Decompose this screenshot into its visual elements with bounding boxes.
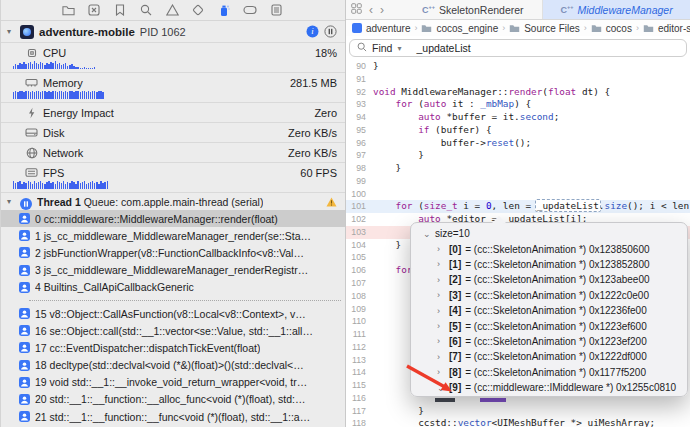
line-number: 92 (346, 86, 366, 99)
frame-label: 3 js_cc_middleware_MiddlewareManager_ren… (35, 264, 308, 276)
stack-frame[interactable]: 0 cc::middleware::MiddlewareManager::ren… (1, 210, 345, 227)
popover-item[interactable]: ›[2] = (cc::SkeletonAnimation *) 0x123ab… (411, 272, 687, 287)
breadcrumb-item[interactable]: adventure (366, 23, 410, 34)
inspected-variable[interactable]: _updateList (535, 199, 601, 212)
editor-tab-bar: ‹ › C++SkeletonRendererC++MiddlewareMana… (346, 0, 690, 20)
chevron-down-icon[interactable]: ▾ (397, 44, 401, 53)
breadcrumb-item[interactable]: cocos (606, 23, 632, 34)
info-button[interactable]: i (306, 25, 319, 38)
chevron-down-icon[interactable]: ▾ (7, 27, 15, 36)
back-button[interactable]: ‹ (369, 4, 373, 16)
process-row[interactable]: ▾ adventure-mobile PID 1062 i (1, 21, 345, 42)
line-number: 105 (346, 251, 366, 264)
popover-item[interactable]: ›[8] = (cc::SkeletonAnimation *) 0x1177f… (411, 365, 687, 380)
stack-frame[interactable]: 16 se::Object::call(std::__1::vector<se:… (1, 322, 345, 339)
breadcrumb-item[interactable]: editor-support (658, 23, 690, 34)
chevron-down-icon[interactable]: ⌄ (423, 229, 431, 239)
folder-icon (643, 24, 654, 33)
popover-item-index: [1] (449, 259, 461, 270)
popover-item-index: [8] (449, 367, 461, 378)
project-icon (352, 23, 362, 33)
stack-frame[interactable]: 2 jsbFunctionWrapper(v8::FunctionCallbac… (1, 244, 345, 261)
pause-process-button[interactable] (324, 25, 337, 38)
popover-size-label: size=10 (435, 228, 470, 239)
frame-label: 15 v8::Object::CallAsFunction(v8::Local<… (35, 308, 306, 320)
bookmarks-icon[interactable] (113, 3, 127, 17)
popover-item-index: [2] (449, 274, 461, 285)
popover-item[interactable]: ›[1] = (cc::SkeletonAnimation *) 0x12385… (411, 257, 687, 272)
metric-label: CPU (43, 47, 66, 59)
popover-item[interactable]: ›[3] = (cc::SkeletonAnimation *) 0x1222c… (411, 288, 687, 303)
popover-item[interactable]: ›[7] = (cc::SkeletonAnimation *) 0x1222d… (411, 349, 687, 364)
breadcrumb-item[interactable]: cocos_engine (436, 23, 498, 34)
chevron-right-icon[interactable]: › (437, 275, 445, 285)
stack-frame[interactable]: 15 v8::Object::CallAsFunction(v8::Local<… (1, 305, 345, 322)
debug-navigator-icon[interactable] (217, 3, 231, 17)
popover-item-desc: = (cc::SkeletonAnimation *) 0x1222c0e00 (465, 290, 649, 301)
stack-frame[interactable]: 18 decltype(std::declval<void (*&)(float… (1, 357, 345, 374)
occluded-code-fragment (480, 398, 506, 403)
breadcrumb: adventure›cocos_engine›Source Files›coco… (346, 20, 690, 36)
tests-icon[interactable] (191, 3, 205, 17)
chevron-right-icon[interactable]: › (437, 336, 445, 346)
metric-row-cpu[interactable]: CPU18% (1, 42, 345, 72)
tab-skeletonrenderer[interactable]: C++SkeletonRenderer (404, 0, 543, 19)
popover-item[interactable]: ›[0] = (cc::SkeletonAnimation *) 0x12385… (411, 241, 687, 256)
reports-icon[interactable] (269, 3, 283, 17)
chevron-right-icon[interactable]: › (437, 321, 445, 331)
chevron-right-icon: › (502, 23, 505, 33)
popover-item[interactable]: ›[4] = (cc::SkeletonAnimation *) 0x12236… (411, 303, 687, 318)
breadcrumb-item[interactable]: Source Files (524, 23, 580, 34)
tab-middlewaremanager[interactable]: C++MiddlewareManager (543, 0, 690, 19)
stack-frame[interactable]: 4 Builtins_CallApiCallbackGeneric (1, 279, 345, 296)
stack-frame[interactable]: 17 cc::EventDispatcher::dispatchTickEven… (1, 339, 345, 356)
chevron-right-icon[interactable]: › (437, 244, 445, 254)
popover-item-desc: = (cc::SkeletonAnimation *) 0x1223ef200 (465, 336, 647, 347)
chevron-right-icon[interactable]: › (437, 367, 445, 377)
chevron-right-icon[interactable]: › (437, 290, 445, 300)
stack-frame[interactable]: 21 std::__1::__function::__func<void (*)… (1, 408, 345, 425)
breakpoints-icon[interactable] (243, 3, 257, 17)
xcode-window: ▾ adventure-mobile PID 1062 i CPU18%Memo… (0, 0, 690, 427)
folder-icon (509, 24, 520, 33)
metric-row-energy-impact[interactable]: Energy ImpactZero (1, 102, 345, 122)
find-query[interactable]: _updateList (416, 42, 470, 54)
cpu-icon (25, 46, 38, 59)
metric-row-disk[interactable]: DiskZero KB/s (1, 122, 345, 142)
line-number: 94 (346, 111, 366, 124)
metric-row-memory[interactable]: Memory281.5 MB (1, 72, 345, 102)
code-line: 94 auto *buffer = it.second; (346, 111, 690, 124)
person-icon (19, 265, 30, 276)
line-number: 102 (346, 213, 366, 226)
stack-frame[interactable]: 19 void std::__1::__invoke_void_return_w… (1, 374, 345, 391)
stack-frame[interactable]: 1 js_cc_middleware_MiddlewareManager_ren… (1, 227, 345, 244)
metric-row-network[interactable]: NetworkZero KB/s (1, 142, 345, 162)
find-mode-label[interactable]: Find (372, 42, 392, 54)
metric-histogram (13, 91, 337, 99)
metric-row-fps[interactable]: FPS60 FPS (1, 162, 345, 192)
project-navigator-icon[interactable] (61, 3, 75, 17)
chevron-right-icon[interactable]: › (437, 306, 445, 316)
popover-item-index: [3] (449, 290, 461, 301)
find-navigator-icon[interactable] (139, 3, 153, 17)
forward-button[interactable]: › (380, 4, 384, 16)
stack-frame[interactable]: 20 std::__1::__function::__alloc_func<vo… (1, 391, 345, 408)
chevron-down-icon[interactable]: ▾ (7, 197, 15, 206)
source-control-icon[interactable] (87, 3, 101, 17)
popover-size-row[interactable]: ⌄size=10 (411, 226, 687, 241)
issues-icon[interactable] (165, 3, 179, 17)
editor-grid-icon[interactable] (351, 3, 362, 16)
find-bar[interactable]: Find ▾ _updateList (349, 39, 687, 57)
popover-item-index: [9] (449, 382, 461, 393)
metric-label: Energy Impact (43, 107, 114, 119)
chevron-right-icon[interactable]: › (437, 259, 445, 269)
metric-value: Zero (314, 107, 337, 119)
thread-row[interactable]: ▾ Thread 1 Queue: com.apple.main-thread … (1, 192, 345, 210)
stack-frame[interactable]: 3 js_cc_middleware_MiddlewareManager_ren… (1, 262, 345, 279)
popover-item[interactable]: ›[5] = (cc::SkeletonAnimation *) 0x1223e… (411, 318, 687, 333)
chevron-right-icon[interactable]: › (437, 352, 445, 362)
popover-item[interactable]: ⌄[9] = (cc::middleware::IMiddleware *) 0… (411, 380, 687, 395)
popover-item[interactable]: ›[6] = (cc::SkeletonAnimation *) 0x1223e… (411, 334, 687, 349)
chevron-down-icon[interactable]: ⌄ (437, 383, 445, 393)
frame-label: 17 cc::EventDispatcher::dispatchTickEven… (35, 342, 260, 354)
